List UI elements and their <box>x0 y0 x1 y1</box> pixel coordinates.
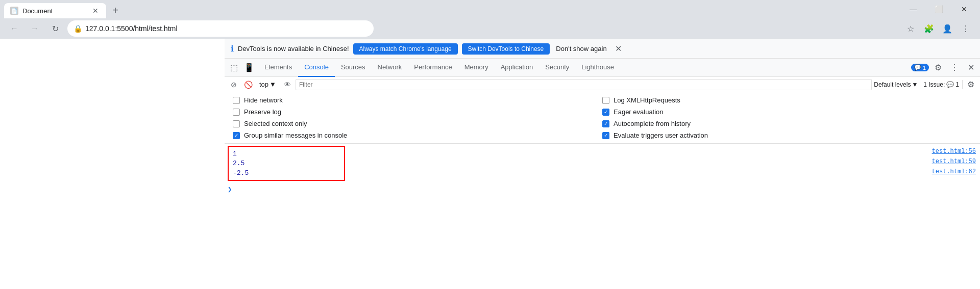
address-bar: ← → ↻ 🔒 127.0.0.1:5500/html/test.html ☆ … <box>0 18 980 39</box>
levels-dropdown-arrow: ▼ <box>912 81 918 88</box>
issue-badge[interactable]: 1 Issue: 💬 1 <box>920 80 963 89</box>
source-links-group: test.html:56 test.html:59 test.html:62 <box>932 148 976 175</box>
dt-tabs-right: 💬 1 ⚙ ⋮ ✕ <box>911 61 978 75</box>
tab-elements[interactable]: Elements <box>258 59 298 77</box>
hide-network-label: Hide network <box>244 96 283 104</box>
prompt-arrow-icon: ❯ <box>228 185 232 194</box>
dt-more-icon[interactable]: ⋮ <box>947 61 962 75</box>
console-value-2: 2.5 <box>233 160 244 167</box>
notification-bar: ℹ DevTools is now available in Chinese! … <box>225 39 980 59</box>
url-text: 127.0.0.1:5500/html/test.html <box>85 24 178 33</box>
console-entry-3: -2.5 <box>233 168 340 178</box>
group-similar-label: Group similar messages in console <box>244 132 347 139</box>
devtools-tabs: ⬚ 📱 Elements Console Sources Network Per… <box>225 59 980 77</box>
devtools-panel: ℹ DevTools is now available in Chinese! … <box>225 39 980 289</box>
console-value-1: 1 <box>233 150 237 157</box>
hide-network-setting[interactable]: Hide network <box>233 96 602 104</box>
tab-memory[interactable]: Memory <box>458 59 495 77</box>
tab-console[interactable]: Console <box>298 59 335 77</box>
bookmark-button[interactable]: ☆ <box>902 20 919 37</box>
autocomplete-history-label: Autocomplete from history <box>614 120 691 127</box>
preserve-log-checkbox[interactable] <box>233 109 240 116</box>
console-prompt[interactable]: ❯ <box>225 183 980 196</box>
inspect-element-icon[interactable]: ⬚ <box>227 61 241 75</box>
source-link-3[interactable]: test.html:62 <box>932 168 976 175</box>
evaluate-triggers-label: Evaluate triggers user activation <box>614 132 708 139</box>
log-xmlhttp-label: Log XMLHttpRequests <box>614 96 680 104</box>
back-button[interactable]: ← <box>6 20 22 37</box>
minimize-button[interactable]: — <box>901 1 925 17</box>
preserve-log-setting[interactable]: Preserve log <box>233 108 602 116</box>
selected-context-setting[interactable]: Selected context only <box>233 120 602 127</box>
eye-icon[interactable]: 👁 <box>281 78 293 91</box>
tab-security[interactable]: Security <box>539 59 575 77</box>
tab-network[interactable]: Network <box>372 59 408 77</box>
tab-lighthouse[interactable]: Lighthouse <box>575 59 620 77</box>
eager-eval-checkbox[interactable] <box>602 109 609 116</box>
switch-to-chinese-button[interactable]: Switch DevTools to Chinese <box>462 43 550 55</box>
dont-show-again-link[interactable]: Don't show again <box>556 45 606 52</box>
log-xmlhttp-checkbox[interactable] <box>602 97 609 104</box>
console-settings-icon[interactable]: ⚙ <box>965 78 977 91</box>
always-match-language-button[interactable]: Always match Chrome's language <box>353 43 458 55</box>
dropdown-arrow-icon: ▼ <box>270 81 276 88</box>
tab-sources[interactable]: Sources <box>335 59 372 77</box>
source-link-1[interactable]: test.html:56 <box>932 148 976 155</box>
profile-button[interactable]: 👤 <box>939 20 955 37</box>
close-button[interactable]: ✕ <box>952 1 976 17</box>
context-label: top <box>259 81 268 88</box>
red-box-region: 1 2.5 -2.5 <box>228 146 345 181</box>
chat-icon: 💬 <box>914 64 921 71</box>
context-dropdown[interactable]: top ▼ <box>256 80 279 89</box>
settings-panel: Hide network Preserve log Selected conte… <box>225 92 980 144</box>
console-output: 1 2.5 -2.5 test.html:56 test.html:59 tes… <box>225 144 980 289</box>
group-similar-checkbox[interactable] <box>233 132 240 139</box>
device-toggle-icon[interactable]: 📱 <box>242 61 256 75</box>
info-icon: ℹ <box>231 44 234 54</box>
tab-application[interactable]: Application <box>495 59 540 77</box>
evaluate-triggers-setting[interactable]: Evaluate triggers user activation <box>602 132 972 139</box>
forward-button[interactable]: → <box>27 20 43 37</box>
eager-eval-setting[interactable]: Eager evaluation <box>602 108 972 116</box>
tab-performance[interactable]: Performance <box>408 59 458 77</box>
address-right-controls: ☆ 🧩 👤 ⋮ <box>902 20 974 37</box>
hide-network-checkbox[interactable] <box>233 97 240 104</box>
log-xmlhttp-setting[interactable]: Log XMLHttpRequests <box>602 96 972 104</box>
url-bar[interactable]: 🔒 127.0.0.1:5500/html/test.html <box>67 20 374 37</box>
notification-close-button[interactable]: ✕ <box>615 44 622 54</box>
tab-bar: 📄 Document ✕ + <box>4 0 901 18</box>
menu-button[interactable]: ⋮ <box>958 20 974 37</box>
browser-chrome: 📄 Document ✕ + — ⬜ ✕ ← → ↻ 🔒 127.0.0.1:5… <box>0 0 980 39</box>
selected-context-checkbox[interactable] <box>233 120 240 127</box>
maximize-button[interactable]: ⬜ <box>927 1 950 17</box>
console-filter-icon[interactable]: 🚫 <box>242 78 254 91</box>
console-output-inner: 1 2.5 -2.5 test.html:56 test.html:59 tes… <box>225 144 980 183</box>
source-link-2[interactable]: test.html:59 <box>932 158 976 165</box>
dt-settings-icon[interactable]: ⚙ <box>931 61 945 75</box>
autocomplete-history-setting[interactable]: Autocomplete from history <box>602 120 972 127</box>
console-entry-1: 1 <box>233 149 340 159</box>
eager-eval-label: Eager evaluation <box>614 108 664 116</box>
window-controls: — ⬜ ✕ <box>901 1 976 17</box>
default-levels-dropdown[interactable]: Default levels ▼ <box>874 81 918 88</box>
autocomplete-history-checkbox[interactable] <box>602 120 609 127</box>
issue-chat-icon: 💬 <box>946 81 954 88</box>
refresh-button[interactable]: ↻ <box>47 20 63 37</box>
extensions-button[interactable]: 🧩 <box>921 20 937 37</box>
console-value-3: -2.5 <box>233 169 249 177</box>
preserve-log-label: Preserve log <box>244 108 281 116</box>
selected-context-label: Selected context only <box>244 120 307 127</box>
filter-input[interactable] <box>296 79 872 90</box>
clear-console-icon[interactable]: ⊘ <box>228 78 240 91</box>
dt-close-icon[interactable]: ✕ <box>964 61 978 75</box>
evaluate-triggers-checkbox[interactable] <box>602 132 609 139</box>
tab-title: Document <box>22 7 87 15</box>
title-bar: 📄 Document ✕ + — ⬜ ✕ <box>0 0 980 18</box>
settings-left-col: Hide network Preserve log Selected conte… <box>233 96 602 139</box>
active-tab[interactable]: 📄 Document ✕ <box>4 3 106 18</box>
new-tab-button[interactable]: + <box>108 3 122 17</box>
tab-close-button[interactable]: ✕ <box>91 6 100 15</box>
tab-favicon: 📄 <box>10 7 18 15</box>
group-similar-setting[interactable]: Group similar messages in console <box>233 132 602 139</box>
dt-tab-icons: ⬚ 📱 <box>227 61 256 75</box>
